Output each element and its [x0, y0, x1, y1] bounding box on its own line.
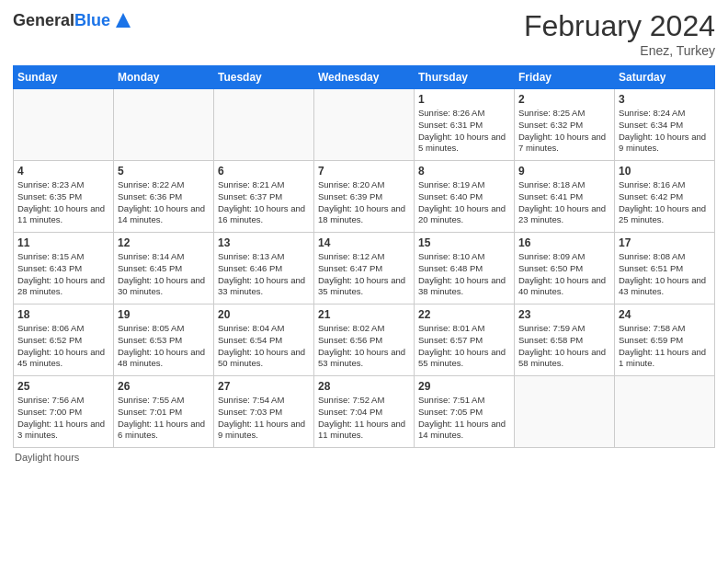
day-number: 17: [619, 236, 711, 249]
col-friday: Friday: [515, 66, 615, 89]
calendar-week-row: 1Sunrise: 8:26 AMSunset: 6:31 PMDaylight…: [14, 89, 715, 161]
calendar-week-row: 18Sunrise: 8:06 AMSunset: 6:52 PMDayligh…: [14, 304, 715, 376]
table-row: [14, 89, 114, 161]
table-row: [615, 376, 715, 448]
footer-note: Daylight hours: [13, 452, 715, 463]
table-row: 18Sunrise: 8:06 AMSunset: 6:52 PMDayligh…: [14, 304, 114, 376]
calendar-header-row: Sunday Monday Tuesday Wednesday Thursday…: [14, 66, 715, 89]
day-info: Sunrise: 8:22 AMSunset: 6:36 PMDaylight:…: [118, 179, 210, 226]
logo-general: GeneralBlue: [13, 11, 110, 30]
table-row: 4Sunrise: 8:23 AMSunset: 6:35 PMDaylight…: [14, 161, 114, 233]
day-info: Sunrise: 8:21 AMSunset: 6:37 PMDaylight:…: [218, 179, 310, 226]
day-info: Sunrise: 7:51 AMSunset: 7:05 PMDaylight:…: [418, 395, 510, 442]
day-info: Sunrise: 8:13 AMSunset: 6:46 PMDaylight:…: [218, 251, 310, 298]
table-row: 22Sunrise: 8:01 AMSunset: 6:57 PMDayligh…: [415, 304, 515, 376]
title-block: February 2024 Enez, Turkey: [524, 9, 715, 58]
day-number: 8: [418, 165, 510, 178]
table-row: 2Sunrise: 8:25 AMSunset: 6:32 PMDaylight…: [515, 89, 615, 161]
col-wednesday: Wednesday: [314, 66, 415, 89]
day-number: 28: [318, 380, 410, 393]
table-row: 8Sunrise: 8:19 AMSunset: 6:40 PMDaylight…: [415, 161, 515, 233]
day-number: 10: [619, 165, 711, 178]
col-saturday: Saturday: [615, 66, 715, 89]
table-row: [314, 89, 415, 161]
day-number: 15: [418, 236, 510, 249]
table-row: 19Sunrise: 8:05 AMSunset: 6:53 PMDayligh…: [114, 304, 214, 376]
day-number: 18: [17, 308, 109, 321]
col-tuesday: Tuesday: [214, 66, 314, 89]
day-info: Sunrise: 8:12 AMSunset: 6:47 PMDaylight:…: [318, 251, 410, 298]
day-info: Sunrise: 8:02 AMSunset: 6:56 PMDaylight:…: [318, 323, 410, 370]
day-number: 23: [518, 308, 610, 321]
day-number: 1: [418, 93, 510, 106]
day-info: Sunrise: 7:56 AMSunset: 7:00 PMDaylight:…: [17, 395, 109, 442]
day-number: 25: [17, 380, 109, 393]
day-info: Sunrise: 8:08 AMSunset: 6:51 PMDaylight:…: [619, 251, 711, 298]
table-row: 13Sunrise: 8:13 AMSunset: 6:46 PMDayligh…: [214, 233, 314, 304]
table-row: 3Sunrise: 8:24 AMSunset: 6:34 PMDaylight…: [615, 89, 715, 161]
day-info: Sunrise: 8:20 AMSunset: 6:39 PMDaylight:…: [318, 179, 410, 226]
calendar-week-row: 11Sunrise: 8:15 AMSunset: 6:43 PMDayligh…: [14, 233, 715, 304]
col-sunday: Sunday: [14, 66, 114, 89]
day-number: 24: [619, 308, 711, 321]
calendar-location: Enez, Turkey: [524, 43, 715, 58]
table-row: 7Sunrise: 8:20 AMSunset: 6:39 PMDaylight…: [314, 161, 415, 233]
day-number: 9: [518, 165, 610, 178]
day-number: 6: [218, 165, 310, 178]
table-row: 28Sunrise: 7:52 AMSunset: 7:04 PMDayligh…: [314, 376, 415, 448]
table-row: 10Sunrise: 8:16 AMSunset: 6:42 PMDayligh…: [615, 161, 715, 233]
table-row: 6Sunrise: 8:21 AMSunset: 6:37 PMDaylight…: [214, 161, 314, 233]
calendar-table: Sunday Monday Tuesday Wednesday Thursday…: [13, 65, 715, 448]
table-row: 1Sunrise: 8:26 AMSunset: 6:31 PMDaylight…: [415, 89, 515, 161]
day-info: Sunrise: 7:54 AMSunset: 7:03 PMDaylight:…: [218, 395, 310, 442]
day-number: 27: [218, 380, 310, 393]
logo: GeneralBlue: [13, 9, 134, 31]
table-row: 12Sunrise: 8:14 AMSunset: 6:45 PMDayligh…: [114, 233, 214, 304]
day-number: 22: [418, 308, 510, 321]
day-info: Sunrise: 8:16 AMSunset: 6:42 PMDaylight:…: [619, 179, 711, 226]
header: GeneralBlue February 2024 Enez, Turkey: [13, 9, 715, 58]
day-info: Sunrise: 8:05 AMSunset: 6:53 PMDaylight:…: [118, 323, 210, 370]
day-number: 21: [318, 308, 410, 321]
calendar-week-row: 4Sunrise: 8:23 AMSunset: 6:35 PMDaylight…: [14, 161, 715, 233]
day-info: Sunrise: 8:10 AMSunset: 6:48 PMDaylight:…: [418, 251, 510, 298]
day-number: 26: [118, 380, 210, 393]
table-row: 29Sunrise: 7:51 AMSunset: 7:05 PMDayligh…: [415, 376, 515, 448]
calendar-title: February 2024: [524, 9, 715, 43]
day-info: Sunrise: 8:24 AMSunset: 6:34 PMDaylight:…: [619, 108, 711, 155]
day-number: 19: [118, 308, 210, 321]
day-info: Sunrise: 8:18 AMSunset: 6:41 PMDaylight:…: [518, 179, 610, 226]
day-number: 29: [418, 380, 510, 393]
table-row: 5Sunrise: 8:22 AMSunset: 6:36 PMDaylight…: [114, 161, 214, 233]
table-row: 11Sunrise: 8:15 AMSunset: 6:43 PMDayligh…: [14, 233, 114, 304]
col-thursday: Thursday: [415, 66, 515, 89]
day-number: 12: [118, 236, 210, 249]
day-info: Sunrise: 7:59 AMSunset: 6:58 PMDaylight:…: [518, 323, 610, 370]
table-row: 25Sunrise: 7:56 AMSunset: 7:00 PMDayligh…: [14, 376, 114, 448]
day-number: 3: [619, 93, 711, 106]
day-info: Sunrise: 8:15 AMSunset: 6:43 PMDaylight:…: [17, 251, 109, 298]
day-info: Sunrise: 8:09 AMSunset: 6:50 PMDaylight:…: [518, 251, 610, 298]
col-monday: Monday: [114, 66, 214, 89]
svg-marker-0: [116, 13, 131, 28]
day-number: 7: [318, 165, 410, 178]
table-row: 20Sunrise: 8:04 AMSunset: 6:54 PMDayligh…: [214, 304, 314, 376]
table-row: [214, 89, 314, 161]
table-row: 27Sunrise: 7:54 AMSunset: 7:03 PMDayligh…: [214, 376, 314, 448]
table-row: 16Sunrise: 8:09 AMSunset: 6:50 PMDayligh…: [515, 233, 615, 304]
table-row: [114, 89, 214, 161]
day-number: 16: [518, 236, 610, 249]
day-info: Sunrise: 8:01 AMSunset: 6:57 PMDaylight:…: [418, 323, 510, 370]
day-number: 11: [17, 236, 109, 249]
table-row: 9Sunrise: 8:18 AMSunset: 6:41 PMDaylight…: [515, 161, 615, 233]
day-info: Sunrise: 8:19 AMSunset: 6:40 PMDaylight:…: [418, 179, 510, 226]
day-info: Sunrise: 7:58 AMSunset: 6:59 PMDaylight:…: [619, 323, 711, 370]
day-info: Sunrise: 8:26 AMSunset: 6:31 PMDaylight:…: [418, 108, 510, 155]
table-row: 14Sunrise: 8:12 AMSunset: 6:47 PMDayligh…: [314, 233, 415, 304]
logo-icon: [112, 9, 134, 31]
table-row: 23Sunrise: 7:59 AMSunset: 6:58 PMDayligh…: [515, 304, 615, 376]
day-number: 4: [17, 165, 109, 178]
day-number: 20: [218, 308, 310, 321]
day-number: 5: [118, 165, 210, 178]
table-row: [515, 376, 615, 448]
